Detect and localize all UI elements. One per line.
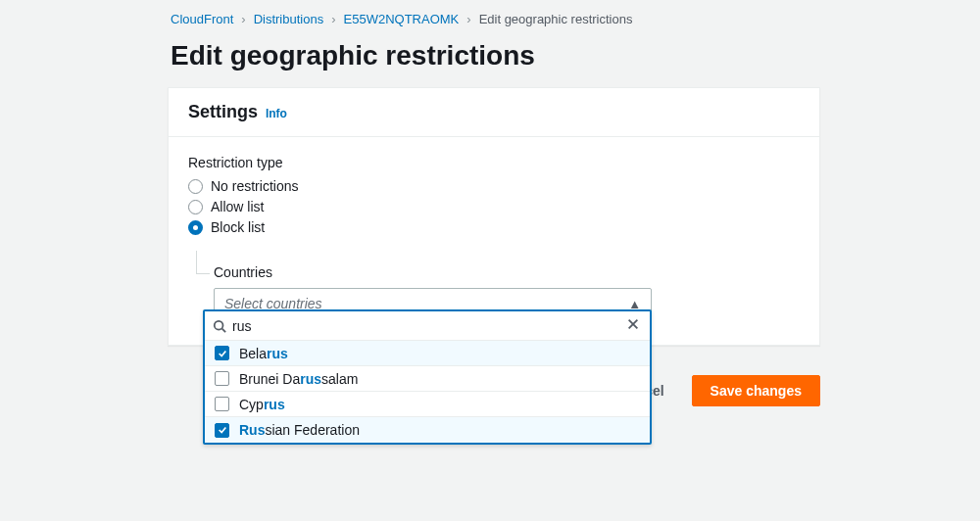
breadcrumb-link-distribution-id[interactable]: E55W2NQTRAOMK bbox=[344, 12, 460, 26]
settings-panel: Settings Info Restriction type No restri… bbox=[168, 87, 820, 346]
radio-label: Block list bbox=[211, 219, 265, 235]
tree-connector bbox=[196, 251, 210, 274]
radio-icon bbox=[188, 200, 203, 214]
breadcrumb-link-distributions[interactable]: Distributions bbox=[254, 12, 324, 26]
countries-dropdown: Belarus Brunei Darussalam Cyprus Russian… bbox=[203, 309, 652, 445]
restriction-type-radio-group: No restrictions Allow list Block list bbox=[188, 178, 800, 235]
breadcrumb-link-cloudfront[interactable]: CloudFront bbox=[171, 12, 233, 26]
checkbox-icon bbox=[215, 397, 229, 411]
countries-search-input[interactable] bbox=[232, 318, 624, 334]
panel-title: Settings bbox=[188, 102, 258, 121]
save-button[interactable]: Save changes bbox=[692, 375, 820, 406]
country-option-belarus[interactable]: Belarus bbox=[205, 341, 650, 366]
clear-search-icon[interactable] bbox=[624, 317, 642, 334]
search-icon bbox=[213, 319, 226, 333]
chevron-right-icon: › bbox=[241, 12, 245, 26]
chevron-right-icon: › bbox=[331, 12, 335, 26]
svg-point-0 bbox=[215, 320, 223, 329]
country-label: Brunei Darussalam bbox=[239, 371, 358, 387]
checkbox-icon bbox=[215, 371, 229, 386]
country-option-cyprus[interactable]: Cyprus bbox=[205, 392, 650, 417]
country-option-russian-federation[interactable]: Russian Federation bbox=[205, 417, 650, 443]
radio-allow-list[interactable]: Allow list bbox=[188, 199, 800, 214]
page-title: Edit geographic restrictions bbox=[171, 40, 980, 71]
countries-label: Countries bbox=[214, 264, 800, 280]
radio-block-list[interactable]: Block list bbox=[188, 219, 800, 235]
country-label: Belarus bbox=[239, 346, 288, 361]
checkbox-icon bbox=[215, 423, 229, 438]
checkbox-icon bbox=[215, 346, 229, 360]
breadcrumb: CloudFront › Distributions › E55W2NQTRAO… bbox=[0, 0, 980, 26]
country-option-brunei[interactable]: Brunei Darussalam bbox=[205, 366, 650, 392]
svg-line-1 bbox=[222, 328, 226, 332]
radio-label: No restrictions bbox=[211, 178, 298, 194]
radio-label: Allow list bbox=[211, 199, 264, 214]
info-link[interactable]: Info bbox=[266, 107, 287, 120]
country-label: Russian Federation bbox=[239, 422, 360, 438]
breadcrumb-current: Edit geographic restrictions bbox=[479, 12, 633, 26]
country-label: Cyprus bbox=[239, 397, 285, 412]
radio-icon bbox=[188, 179, 203, 194]
chevron-right-icon: › bbox=[466, 12, 470, 26]
radio-icon bbox=[188, 220, 203, 235]
radio-no-restrictions[interactable]: No restrictions bbox=[188, 178, 800, 194]
restriction-type-label: Restriction type bbox=[188, 155, 800, 170]
